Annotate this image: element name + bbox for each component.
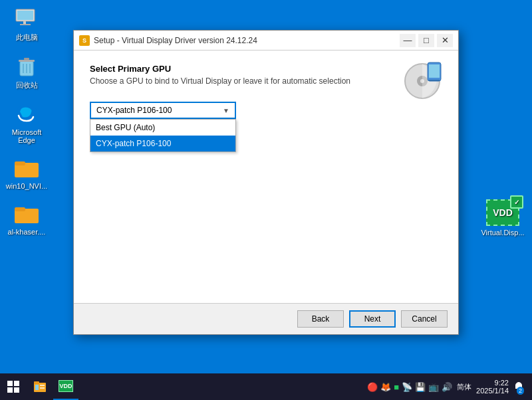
gpu-dropdown[interactable]: CYX-patch P106-100 ▼ Best GPU (Auto) CYX… bbox=[90, 102, 236, 119]
svg-rect-1 bbox=[17, 11, 33, 20]
dialog-title-left: S Setup - Virtual Display Driver version… bbox=[79, 35, 257, 46]
dialog-titlebar: S Setup - Virtual Display Driver version… bbox=[74, 31, 458, 50]
desktop-icon-folder2[interactable]: al-khaser.... bbox=[7, 202, 47, 236]
setup-dialog: S Setup - Virtual Display Driver version… bbox=[73, 30, 459, 335]
svg-rect-26 bbox=[34, 381, 39, 384]
taskbar-systray: 🔴 🦊 ■ 📡 💾 📺 🔊 简体 9:22 2025/1/14 2 bbox=[367, 373, 532, 400]
desktop-icon-label: Microsoft Edge bbox=[7, 128, 47, 144]
dropdown-arrow-icon: ▼ bbox=[223, 107, 229, 114]
section-title: Select Primary GPU bbox=[90, 64, 442, 74]
svg-rect-27 bbox=[35, 385, 39, 390]
dropdown-selected-value[interactable]: CYX-patch P106-100 ▼ bbox=[90, 102, 236, 119]
folder-icon-2 bbox=[15, 202, 39, 226]
dropdown-list: Best GPU (Auto) CYX-patch P106-100 bbox=[90, 119, 236, 152]
desktop-icons-left: 此电脑 回收站 Microsoft Edge bbox=[7, 7, 47, 236]
desktop-icon-recycle-bin[interactable]: 回收站 bbox=[7, 54, 47, 90]
edge-icon bbox=[15, 102, 39, 126]
svg-rect-14 bbox=[15, 207, 25, 211]
svg-rect-21 bbox=[7, 381, 13, 386]
svg-rect-6 bbox=[24, 58, 29, 60]
svg-rect-22 bbox=[14, 381, 19, 386]
taskbar-left: VDD bbox=[0, 373, 78, 400]
svg-rect-5 bbox=[19, 60, 35, 62]
desktop-icon-vdd[interactable]: VDD Virtual.Disp... bbox=[480, 199, 525, 237]
desktop-icon-label: al-khaser.... bbox=[8, 228, 46, 236]
dialog-footer: Back Next Cancel bbox=[74, 303, 458, 334]
trash-icon bbox=[15, 54, 39, 78]
desktop-icon-label: win10_NVI... bbox=[6, 182, 47, 190]
close-button[interactable]: ✕ bbox=[437, 34, 453, 47]
dropdown-option-cyx-patch[interactable]: CYX-patch P106-100 bbox=[90, 136, 235, 151]
desktop-icon-folder1[interactable]: win10_NVI... bbox=[7, 156, 47, 190]
svg-rect-19 bbox=[429, 64, 440, 78]
vdd-icon-label: Virtual.Disp... bbox=[481, 229, 524, 237]
systray-icon-4[interactable]: 📡 bbox=[402, 382, 412, 392]
systray-icons: 🔴 🦊 ■ 📡 💾 📺 🔊 bbox=[367, 382, 452, 392]
minimize-button[interactable]: — bbox=[400, 34, 416, 47]
dialog-title-icon: S bbox=[79, 35, 90, 46]
systray-language[interactable]: 简体 bbox=[454, 382, 474, 392]
dialog-title-text: Setup - Virtual Display Driver version 2… bbox=[94, 36, 257, 45]
systray-icon-3[interactable]: ■ bbox=[394, 382, 399, 392]
notification-area[interactable]: 2 bbox=[511, 373, 527, 400]
taskbar-explorer[interactable] bbox=[27, 373, 53, 400]
notification-badge: 2 bbox=[517, 387, 524, 395]
folder-icon bbox=[15, 156, 39, 180]
systray-icon-6[interactable]: 📺 bbox=[428, 382, 439, 392]
start-button[interactable] bbox=[0, 373, 27, 400]
desktop-icon-this-pc[interactable]: 此电脑 bbox=[7, 7, 47, 43]
computer-icon bbox=[15, 7, 39, 31]
systray-icon-5[interactable]: 💾 bbox=[415, 382, 426, 392]
svg-rect-12 bbox=[15, 161, 25, 165]
cancel-button[interactable]: Cancel bbox=[401, 310, 448, 328]
dialog-content: Select Primary GPU Choose a GPU to bind … bbox=[74, 50, 458, 303]
dialog-controls: — □ ✕ bbox=[400, 34, 453, 47]
back-button[interactable]: Back bbox=[297, 310, 344, 328]
dropdown-option-best-gpu[interactable]: Best GPU (Auto) bbox=[90, 120, 235, 136]
svg-rect-2 bbox=[23, 21, 26, 24]
taskbar: VDD 🔴 🦊 ■ 📡 💾 📺 🔊 简体 9:22 2025/1/14 2 bbox=[0, 373, 532, 400]
taskbar-vdd-app[interactable]: VDD bbox=[53, 373, 78, 400]
svg-rect-3 bbox=[20, 24, 31, 25]
systray-icon-1[interactable]: 🔴 bbox=[367, 382, 378, 392]
svg-rect-20 bbox=[429, 80, 440, 81]
desktop-icon-label: 此电脑 bbox=[16, 33, 38, 43]
clock-time: 9:22 bbox=[495, 379, 509, 387]
clock-date: 2025/1/14 bbox=[476, 387, 509, 395]
svg-rect-23 bbox=[7, 387, 13, 393]
next-button[interactable]: Next bbox=[349, 310, 396, 328]
section-desc: Choose a GPU to bind to Virtual Display … bbox=[90, 76, 442, 86]
desktop-icon-label: 回收站 bbox=[16, 80, 38, 90]
systray-icon-7[interactable]: 🔊 bbox=[442, 382, 452, 392]
setup-cd-icon bbox=[402, 61, 442, 101]
maximize-button[interactable]: □ bbox=[418, 34, 434, 47]
svg-rect-24 bbox=[14, 387, 19, 393]
svg-rect-29 bbox=[40, 387, 45, 389]
vdd-icon: VDD bbox=[486, 199, 519, 226]
taskbar-clock[interactable]: 9:22 2025/1/14 bbox=[476, 379, 509, 395]
dropdown-current-text: CYX-patch P106-100 bbox=[96, 106, 172, 115]
svg-rect-28 bbox=[40, 385, 45, 386]
systray-icon-2[interactable]: 🦊 bbox=[380, 382, 391, 392]
desktop-icon-edge[interactable]: Microsoft Edge bbox=[7, 102, 47, 144]
